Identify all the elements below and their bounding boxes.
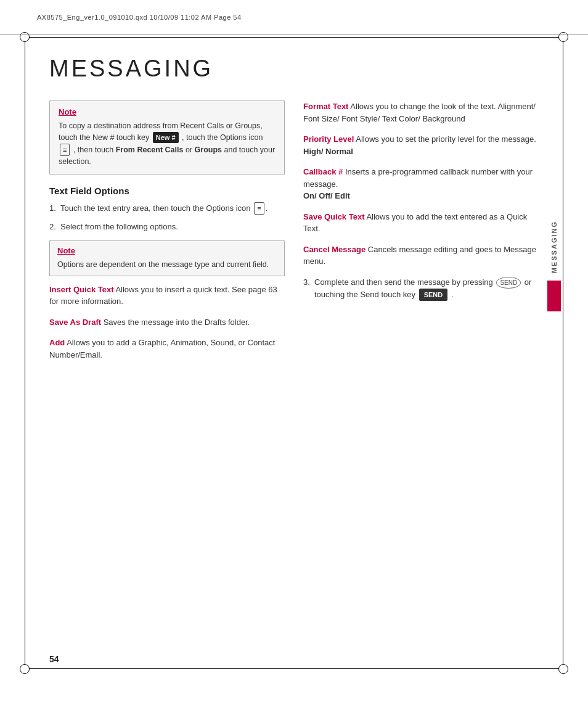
step-2-text: Select from the following options. [60,222,178,231]
option-priority-level: Priority Level Allows you to set the pri… [303,133,539,157]
option-priority-level-term: Priority Level [303,134,354,144]
new-key-btn: New # [153,132,179,144]
option-save-quick-text: Save Quick Text Allows you to add the te… [303,211,539,235]
corner-bl [20,664,30,674]
options-icon-inline: ≡ [254,202,264,215]
corner-br [558,664,568,674]
step-1-text: Touch the text entry area, then touch th… [60,203,267,213]
page-border-bottom [25,668,563,669]
note-text-3: , then touch From Recent Calls or Groups… [59,146,275,166]
note-text-2: , touch the Options icon [182,133,263,142]
note-body-top: To copy a destination address from Recen… [59,120,276,168]
step-3-text: Complete and then send the message by pr… [314,277,531,299]
option-insert-quick-text: Insert Quick Text Allows you to insert a… [49,284,285,308]
two-col-layout: Note To copy a destination address from … [49,101,539,369]
section-heading: Text Field Options [49,186,285,196]
send-btn-rect: SEND [419,289,448,302]
step-1-num: 1. [49,202,56,215]
main-content: MESSAGING Note To copy a destination add… [49,49,539,657]
options-note-title: Note [57,246,277,255]
page-number: 54 [49,654,59,664]
options-note-body: Options are dependent on the message typ… [57,259,277,271]
option-format-text: Format Text Allows you to change the loo… [303,101,539,125]
options-note-box: Note Options are dependent on the messag… [49,240,285,276]
page-border-left [25,37,25,669]
option-callback-term: Callback # [303,167,343,176]
note-box-top: Note To copy a destination address from … [49,101,285,174]
option-priority-level-body: Allows you to set the priority level for… [356,134,536,144]
option-callback-sub: On/ Off/ Edit [303,191,350,200]
option-add-body: Allows you to add a Graphic, Animation, … [49,338,275,359]
step-2-num: 2. [49,221,56,233]
option-callback: Callback # Inserts a pre-programmed call… [303,166,539,202]
step-1: 1. Touch the text entry area, then touch… [49,202,285,215]
option-cancel-message: Cancel Message Cancels message editing a… [303,244,539,268]
page-border-right [563,37,563,669]
side-tab-container: MESSAGING [545,216,563,311]
option-add-term: Add [49,338,65,347]
step-2: 2. Select from the following options. [49,221,285,233]
option-save-as-draft: Save As Draft Saves the message into the… [49,316,285,329]
option-save-quick-text-term: Save Quick Text [303,212,364,221]
option-save-as-draft-body: Saves the message into the Drafts folder… [104,318,250,327]
option-insert-quick-text-term: Insert Quick Text [49,285,114,294]
col-right: Format Text Allows you to change the loo… [303,101,539,369]
step-3-num: 3. [303,276,310,289]
side-tab-label: MESSAGING [548,216,560,278]
send-btn-circle: SEND [496,277,521,289]
options-icon-btn: ≡ [60,144,70,157]
step-3: 3. Complete and then send the message by… [303,276,539,302]
option-cancel-message-term: Cancel Message [303,245,365,254]
option-add: Add Allows you to add a Graphic, Animati… [49,337,285,361]
option-priority-level-sub: High/ Normal [303,147,353,156]
note-title-top: Note [59,107,276,117]
option-format-text-term: Format Text [303,102,348,111]
header-bar: AX8575_Eng_ver1.0_091010.qxd 10/10/09 11… [0,0,588,35]
page-border-top [25,37,563,38]
side-tab-bar [547,281,561,311]
page-title: MESSAGING [49,55,539,82]
header-text: AX8575_Eng_ver1.0_091010.qxd 10/10/09 11… [37,14,242,21]
col-left: Note To copy a destination address from … [49,101,285,369]
option-save-as-draft-term: Save As Draft [49,318,101,327]
